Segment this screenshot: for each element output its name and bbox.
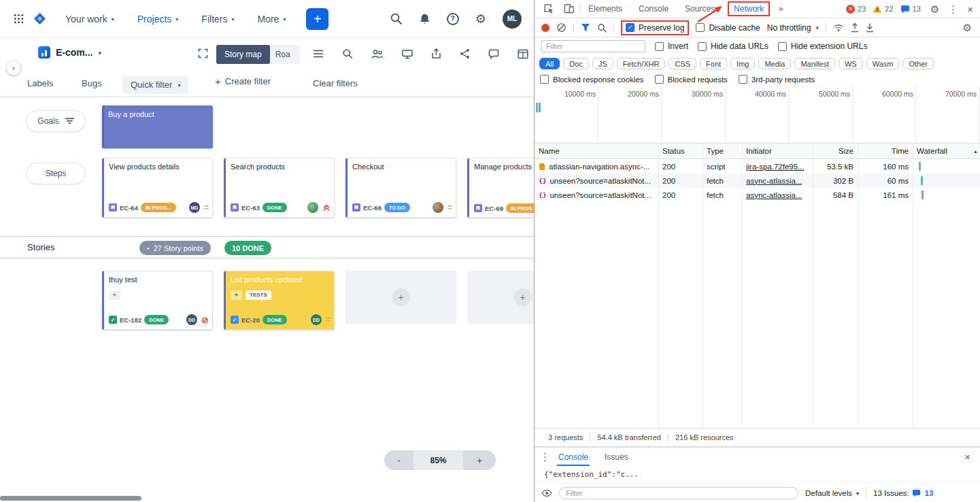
export-har-icon[interactable] bbox=[866, 22, 874, 33]
column-header-name[interactable]: Name bbox=[535, 144, 658, 158]
blocked-cookies-checkbox[interactable]: Blocked response cookies bbox=[540, 75, 644, 84]
messages-badge-icon[interactable] bbox=[900, 5, 910, 14]
jira-logo[interactable] bbox=[33, 12, 46, 25]
more-tabs-icon[interactable]: » bbox=[777, 0, 785, 18]
record-button[interactable] bbox=[541, 24, 550, 32]
share-icon[interactable] bbox=[460, 48, 470, 59]
bugs-link[interactable]: Bugs bbox=[82, 76, 102, 91]
devtools-settings-icon[interactable]: ⚙ bbox=[930, 4, 939, 14]
view-story-map-button[interactable]: Story map bbox=[216, 45, 270, 64]
story-card[interactable]: thuy test + ✓ EC-182 DONE DD ⊘ bbox=[102, 271, 213, 330]
column-header-size[interactable]: Size bbox=[813, 144, 858, 158]
network-conditions-icon[interactable] bbox=[833, 23, 844, 32]
network-overview-timeline[interactable]: 10000 ms 20000 ms 30000 ms 40000 ms 5000… bbox=[535, 86, 980, 144]
column-header-time[interactable]: Time bbox=[858, 144, 913, 158]
fullscreen-icon[interactable] bbox=[198, 48, 208, 58]
preserve-log-checkbox[interactable]: ✓ Preserve log bbox=[626, 23, 684, 33]
column-header-type[interactable]: Type bbox=[703, 144, 742, 158]
list-icon[interactable] bbox=[313, 49, 324, 58]
chip-ws[interactable]: WS bbox=[839, 58, 863, 69]
story-map-card[interactable]: Search products EC-63 DONE bbox=[224, 158, 335, 218]
console-filter-input[interactable] bbox=[559, 487, 798, 499]
story-map-card[interactable]: View products details EC-64 IN PROG... M… bbox=[102, 158, 213, 218]
help-icon[interactable]: ? bbox=[447, 13, 459, 25]
third-party-checkbox[interactable]: 3rd-party requests bbox=[739, 75, 815, 84]
notification-bell-icon[interactable] bbox=[419, 13, 430, 25]
labels-link[interactable]: Labels bbox=[27, 76, 53, 91]
device-toolbar-icon[interactable] bbox=[564, 3, 575, 14]
issues-counter[interactable]: 13 Issues: 13 bbox=[873, 489, 933, 497]
console-log-line[interactable]: {"extension_id":"c... bbox=[535, 466, 980, 484]
eye-icon[interactable] bbox=[541, 489, 552, 497]
initiator-link[interactable]: async-atlassia... bbox=[746, 177, 802, 185]
story-card-selected[interactable]: List products updated + TESTS ✓ EC-20 DO… bbox=[224, 271, 335, 330]
zoom-out-button[interactable]: - bbox=[384, 450, 413, 470]
app-switcher-icon[interactable] bbox=[14, 14, 24, 24]
goal-card[interactable]: Buy a product bbox=[102, 105, 213, 148]
drawer-tab-console[interactable]: Console bbox=[558, 448, 588, 466]
network-settings-icon[interactable]: ⚙ bbox=[963, 22, 972, 33]
column-header-waterfall[interactable]: Waterfall bbox=[913, 144, 980, 158]
add-card-button[interactable]: + bbox=[392, 288, 410, 306]
view-roadmap-button[interactable]: Roa bbox=[270, 45, 300, 64]
feedback-icon[interactable] bbox=[488, 49, 499, 59]
zoom-in-button[interactable]: + bbox=[463, 450, 496, 470]
chip-css[interactable]: CSS bbox=[669, 58, 696, 69]
tab-network[interactable]: Network bbox=[728, 1, 770, 16]
disable-cache-checkbox[interactable]: Disable cache bbox=[696, 23, 760, 33]
close-drawer-icon[interactable]: × bbox=[964, 452, 970, 462]
project-switcher[interactable]: E-com... ▾ bbox=[38, 46, 101, 58]
request-row[interactable]: atlassian-navigation.async-... 200 scrip… bbox=[535, 159, 980, 173]
clear-filters-link[interactable]: Clear filters bbox=[313, 76, 358, 91]
sidebar-expand-button[interactable]: › bbox=[6, 61, 21, 76]
tab-console[interactable]: Console bbox=[637, 0, 670, 18]
chip-wasm[interactable]: Wasm bbox=[866, 58, 900, 69]
inspect-element-icon[interactable] bbox=[543, 3, 554, 14]
nav-more[interactable]: More▾ bbox=[258, 14, 286, 24]
create-button[interactable]: + bbox=[306, 8, 328, 30]
nav-your-work[interactable]: Your work▾ bbox=[65, 14, 114, 24]
story-map-card[interactable]: Manage products EC-69 IN PROG... bbox=[467, 158, 534, 218]
drawer-tab-issues[interactable]: Issues bbox=[605, 448, 628, 466]
tab-sources[interactable]: Sources bbox=[683, 0, 716, 18]
add-label-button[interactable]: + bbox=[109, 290, 120, 300]
tab-elements[interactable]: Elements bbox=[587, 0, 624, 18]
log-levels-dropdown[interactable]: Default levels ▾ bbox=[805, 489, 859, 497]
chip-doc[interactable]: Doc bbox=[563, 58, 589, 69]
horizontal-scrollbar[interactable] bbox=[0, 496, 141, 501]
settings-gear-icon[interactable]: ⚙ bbox=[475, 13, 486, 25]
invert-checkbox[interactable]: Invert bbox=[655, 41, 688, 51]
network-filter-input[interactable] bbox=[541, 40, 645, 52]
chip-manifest[interactable]: Manifest bbox=[794, 58, 835, 69]
story-map-card[interactable]: Checkout EC-66 TO DO = bbox=[345, 158, 456, 218]
devtools-menu-icon[interactable]: ⋮ bbox=[948, 4, 958, 14]
chip-js[interactable]: JS bbox=[592, 58, 613, 69]
user-avatar[interactable]: ML bbox=[503, 10, 522, 29]
throttling-dropdown[interactable]: No throttling ▾ bbox=[767, 23, 819, 33]
search-icon[interactable] bbox=[390, 12, 403, 25]
hide-data-urls-checkbox[interactable]: Hide data URLs bbox=[698, 41, 768, 51]
goals-row-pill[interactable]: Goals bbox=[26, 110, 86, 132]
steps-row-pill[interactable]: Steps bbox=[26, 163, 86, 184]
drawer-menu-icon[interactable]: ⋮ bbox=[540, 452, 550, 462]
request-row[interactable]: {} unseen?source=atlaskitNot... 200 fetc… bbox=[535, 173, 980, 188]
chip-all[interactable]: All bbox=[539, 58, 560, 69]
blocked-requests-checkbox[interactable]: Blocked requests bbox=[655, 75, 728, 84]
chip-other[interactable]: Other bbox=[902, 58, 934, 69]
people-icon[interactable] bbox=[371, 49, 384, 59]
nav-filters[interactable]: Filters▾ bbox=[201, 14, 234, 24]
create-filter-button[interactable]: + Create filter bbox=[215, 76, 271, 87]
add-card-button[interactable]: + bbox=[514, 288, 532, 306]
quick-filter-button[interactable]: Quick filter ▾ bbox=[122, 76, 188, 94]
chip-fetch-xhr[interactable]: Fetch/XHR bbox=[617, 58, 666, 69]
column-header-initiator[interactable]: Initiator bbox=[742, 144, 813, 158]
export-icon[interactable] bbox=[431, 48, 441, 59]
hide-extension-urls-checkbox[interactable]: Hide extension URLs bbox=[778, 41, 868, 51]
nav-projects[interactable]: Projects▾ bbox=[137, 14, 179, 24]
filter-funnel-icon[interactable] bbox=[581, 23, 590, 32]
monitor-icon[interactable] bbox=[402, 49, 413, 59]
chip-media[interactable]: Media bbox=[758, 58, 791, 69]
initiator-link[interactable]: async-atlassia... bbox=[746, 191, 802, 199]
search-icon[interactable] bbox=[342, 48, 353, 59]
chip-font[interactable]: Font bbox=[700, 58, 727, 69]
